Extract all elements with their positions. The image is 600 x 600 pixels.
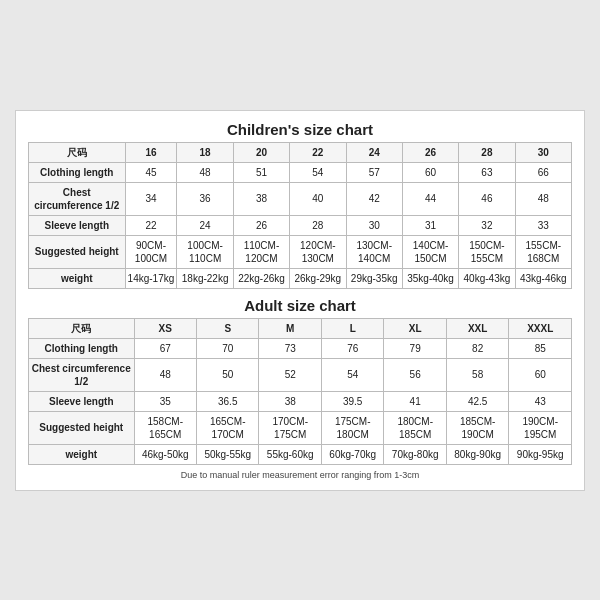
table-row: Chest circumference 1/23436384042444648 [29,182,572,215]
table-row: Suggested height158CM-165CM165CM-170CM17… [29,411,572,444]
table-cell: 33 [515,215,571,235]
adult-chart-title: Adult size chart [28,297,572,314]
table-cell: 44 [402,182,458,215]
table-cell: 54 [321,358,383,391]
table-cell: 150CM-155CM [459,235,515,268]
table-row: Clothing length4548515457606366 [29,162,572,182]
children-header-cell: 24 [346,142,402,162]
children-header-cell: 30 [515,142,571,162]
table-cell: 26 [233,215,289,235]
table-cell: 46kg-50kg [134,444,196,464]
adult-table: 尺码XSSMLXLXXLXXXL Clothing length67707376… [28,318,572,465]
adult-header-cell: XXXL [509,318,572,338]
table-cell: 38 [259,391,321,411]
children-header-cell: 22 [290,142,346,162]
table-cell: 180CM-185CM [384,411,446,444]
children-header-cell: 20 [233,142,289,162]
measurement-note: Due to manual ruler measurement error ra… [28,470,572,480]
table-row: Clothing length67707376798285 [29,338,572,358]
table-cell: 48 [515,182,571,215]
table-cell: 54 [290,162,346,182]
table-cell: 90kg-95kg [509,444,572,464]
table-cell: 140CM-150CM [402,235,458,268]
row-label: weight [29,444,135,464]
children-header-cell: 18 [177,142,233,162]
table-cell: 60 [509,358,572,391]
table-cell: 110CM-120CM [233,235,289,268]
table-cell: 55kg-60kg [259,444,321,464]
row-label: Clothing length [29,338,135,358]
adult-header-cell: L [321,318,383,338]
table-row: Suggested height90CM-100CM100CM-110CM110… [29,235,572,268]
table-row: Sleeve length3536.53839.54142.543 [29,391,572,411]
table-row: Chest circumference 1/248505254565860 [29,358,572,391]
row-label: Sleeve length [29,391,135,411]
table-cell: 42 [346,182,402,215]
table-cell: 155CM-168CM [515,235,571,268]
row-label: Chest circumference 1/2 [29,182,126,215]
children-header-cell: 尺码 [29,142,126,162]
table-cell: 85 [509,338,572,358]
table-cell: 56 [384,358,446,391]
table-cell: 38 [233,182,289,215]
table-cell: 165CM-170CM [196,411,258,444]
table-cell: 32 [459,215,515,235]
table-cell: 22kg-26kg [233,268,289,288]
table-cell: 60kg-70kg [321,444,383,464]
table-cell: 26kg-29kg [290,268,346,288]
children-header-cell: 26 [402,142,458,162]
table-cell: 120CM-130CM [290,235,346,268]
table-cell: 130CM-140CM [346,235,402,268]
children-table: 尺码1618202224262830 Clothing length454851… [28,142,572,289]
table-cell: 46 [459,182,515,215]
table-row: Sleeve length2224262830313233 [29,215,572,235]
table-cell: 42.5 [446,391,508,411]
table-cell: 48 [177,162,233,182]
table-cell: 73 [259,338,321,358]
table-cell: 66 [515,162,571,182]
row-label: Clothing length [29,162,126,182]
table-cell: 41 [384,391,446,411]
table-cell: 18kg-22kg [177,268,233,288]
table-cell: 35 [134,391,196,411]
table-row: weight14kg-17kg18kg-22kg22kg-26kg26kg-29… [29,268,572,288]
table-cell: 170CM-175CM [259,411,321,444]
adult-header-cell: XL [384,318,446,338]
table-cell: 45 [125,162,177,182]
table-cell: 36 [177,182,233,215]
adult-header-cell: 尺码 [29,318,135,338]
adult-header-cell: S [196,318,258,338]
table-cell: 76 [321,338,383,358]
adult-header-cell: M [259,318,321,338]
table-cell: 79 [384,338,446,358]
adult-header-cell: XS [134,318,196,338]
table-cell: 34 [125,182,177,215]
table-cell: 24 [177,215,233,235]
table-cell: 58 [446,358,508,391]
size-chart-container: Children's size chart 尺码1618202224262830… [15,110,585,491]
table-cell: 50kg-55kg [196,444,258,464]
row-label: Suggested height [29,411,135,444]
table-cell: 30 [346,215,402,235]
table-cell: 70 [196,338,258,358]
table-cell: 36.5 [196,391,258,411]
table-cell: 40kg-43kg [459,268,515,288]
children-chart-title: Children's size chart [28,121,572,138]
table-row: weight46kg-50kg50kg-55kg55kg-60kg60kg-70… [29,444,572,464]
table-cell: 35kg-40kg [402,268,458,288]
row-label: Chest circumference 1/2 [29,358,135,391]
table-cell: 67 [134,338,196,358]
row-label: weight [29,268,126,288]
table-cell: 52 [259,358,321,391]
table-cell: 175CM-180CM [321,411,383,444]
table-cell: 51 [233,162,289,182]
table-cell: 90CM-100CM [125,235,177,268]
table-cell: 190CM-195CM [509,411,572,444]
table-cell: 60 [402,162,458,182]
table-cell: 57 [346,162,402,182]
table-cell: 40 [290,182,346,215]
children-header-cell: 16 [125,142,177,162]
table-cell: 28 [290,215,346,235]
table-cell: 70kg-80kg [384,444,446,464]
row-label: Sleeve length [29,215,126,235]
